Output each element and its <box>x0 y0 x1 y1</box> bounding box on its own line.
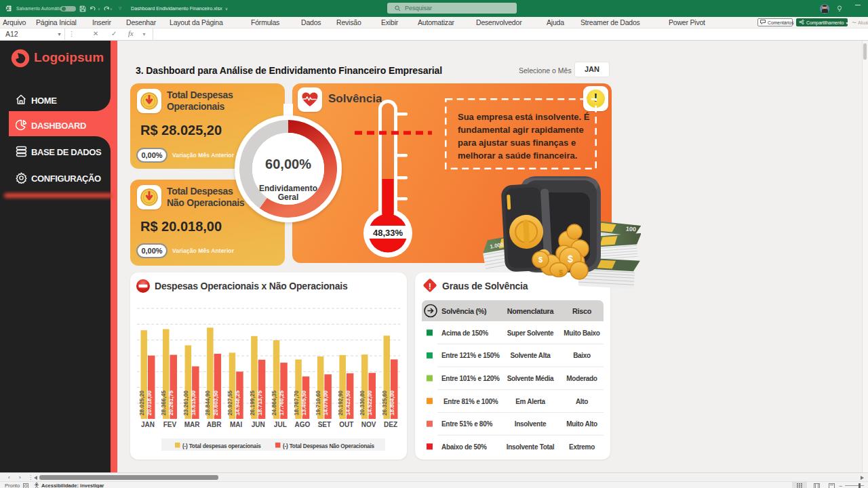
svg-text:Insolvente Total: Insolvente Total <box>507 443 555 451</box>
svg-text:18.767,70: 18.767,70 <box>293 390 300 415</box>
svg-text:MAI: MAI <box>230 421 243 428</box>
svg-text:$: $ <box>568 253 573 264</box>
svg-text:(-) Total Despesas Não Operaci: (-) Total Despesas Não Operacionais <box>283 443 374 449</box>
svg-text:Baixo: Baixo <box>573 352 591 359</box>
svg-text:20.927,55: 20.927,55 <box>226 390 233 415</box>
svg-text:Despesas Operacionais x Não Op: Despesas Operacionais x Não Operacionais <box>155 281 348 291</box>
svg-text:Muito Alto: Muito Alto <box>566 420 597 428</box>
svg-text:Moderado: Moderado <box>566 375 597 382</box>
svg-text:100: 100 <box>626 225 637 232</box>
svg-text:Geral: Geral <box>278 192 299 202</box>
svg-text:14.522,00: 14.522,00 <box>366 390 373 415</box>
svg-text:14.079,00: 14.079,00 <box>322 390 329 415</box>
svg-text:20.018,00: 20.018,00 <box>146 390 153 415</box>
svg-text:JAN: JAN <box>141 421 155 428</box>
svg-text:JUN: JUN <box>252 421 265 428</box>
svg-text:Acima de 150%: Acima de 150% <box>441 329 488 337</box>
svg-text:Super Solvente: Super Solvente <box>507 329 554 337</box>
svg-text:ABR: ABR <box>207 421 222 428</box>
svg-text:20.603,50: 20.603,50 <box>212 390 219 415</box>
svg-text:Insolvente: Insolvente <box>515 420 547 428</box>
svg-text:!: ! <box>429 281 431 291</box>
svg-text:18.804,00: 18.804,00 <box>389 390 395 415</box>
svg-text:MAR: MAR <box>184 421 201 428</box>
svg-text:28.366,45: 28.366,45 <box>160 390 167 415</box>
svg-text:Entre 81% e 100%: Entre 81% e 100% <box>443 398 498 405</box>
svg-text:Endividamento: Endividamento <box>259 184 317 193</box>
svg-text:26.325,60: 26.325,60 <box>381 390 388 415</box>
svg-text:19.710,60: 19.710,60 <box>315 390 321 415</box>
svg-text:Muito Baixo: Muito Baixo <box>564 329 600 337</box>
svg-text:16.615,00: 16.615,00 <box>190 390 197 415</box>
svg-text:14.423,50: 14.423,50 <box>344 390 351 415</box>
svg-text:24.864,35: 24.864,35 <box>271 390 277 415</box>
svg-text:NOV: NOV <box>361 421 376 428</box>
svg-text:Em Alerta: Em Alerta <box>515 398 545 405</box>
svg-text:JUL: JUL <box>274 421 287 428</box>
svg-text:OUT: OUT <box>339 421 353 428</box>
svg-text:17.760,25: 17.760,25 <box>278 390 285 415</box>
svg-text:Solvente Média: Solvente Média <box>507 375 554 382</box>
svg-text:Abaixo de 50%: Abaixo de 50% <box>441 443 487 451</box>
svg-text:Solvente Alta: Solvente Alta <box>510 352 551 359</box>
svg-text:Entre 121% e 150%: Entre 121% e 150% <box>441 352 500 359</box>
svg-text:26.199,25: 26.199,25 <box>249 390 256 415</box>
svg-text:20.192,90: 20.192,90 <box>337 390 344 415</box>
svg-text:20.261,75: 20.261,75 <box>167 390 174 415</box>
svg-text:20.330,80: 20.330,80 <box>359 390 366 415</box>
svg-text:AGO: AGO <box>294 421 310 428</box>
svg-text:SET: SET <box>318 421 331 428</box>
svg-text:Entre 51% e 80%: Entre 51% e 80% <box>441 420 492 428</box>
svg-text:14.948,25: 14.948,25 <box>234 390 241 415</box>
svg-text:X: X <box>5 7 7 10</box>
svg-text:$: $ <box>559 268 563 277</box>
svg-text:28.025,20: 28.025,20 <box>138 390 145 415</box>
svg-text:DEZ: DEZ <box>384 421 397 428</box>
svg-text:FEV: FEV <box>163 421 177 428</box>
svg-text:Entre 101% e 120%: Entre 101% e 120% <box>441 375 500 382</box>
svg-text:48,33%: 48,33% <box>373 228 403 238</box>
svg-text:Extremo: Extremo <box>569 443 595 451</box>
svg-text:$: $ <box>538 256 542 264</box>
svg-text:(-) Total despesas operacionai: (-) Total despesas operacionais <box>182 443 261 449</box>
svg-text:28.844,90: 28.844,90 <box>204 390 211 415</box>
svg-text:Alto: Alto <box>576 398 588 405</box>
svg-text:60,00%: 60,00% <box>265 157 311 171</box>
svg-text:23.261,00: 23.261,00 <box>182 390 189 415</box>
svg-text:18.713,75: 18.713,75 <box>256 390 263 415</box>
svg-text:13.405,50: 13.405,50 <box>300 390 307 415</box>
